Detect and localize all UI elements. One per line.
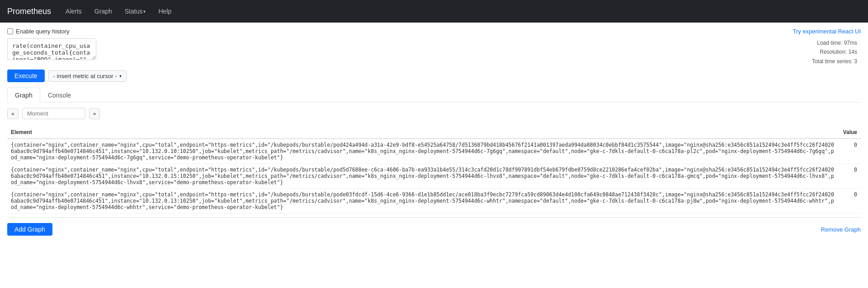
table-cell-element: {container="nginx",container_name="nginx… xyxy=(7,139,840,164)
main-content: Enable query history Try experimental Re… xyxy=(0,23,868,243)
table-cell-element: {container="nginx",container_name="nginx… xyxy=(7,189,840,214)
results-table: Element Value {container="nginx",contain… xyxy=(7,126,861,214)
col-value: Value xyxy=(840,126,861,139)
add-graph-button[interactable]: Add Graph xyxy=(7,223,52,236)
query-textarea[interactable]: rate(container_cpu_usage_seconds_total{c… xyxy=(7,38,96,60)
try-react-link[interactable]: Try experimental React UI xyxy=(793,28,861,35)
enable-history-checkbox[interactable] xyxy=(7,28,13,34)
table-cell-value: 0 xyxy=(840,139,861,164)
stats-panel: Load time: 97ms Resolution: 14s Total ti… xyxy=(812,38,861,66)
nav-help[interactable]: Help xyxy=(153,4,177,19)
insert-metric-dropdown[interactable]: - insert metric at cursor - xyxy=(48,70,127,82)
tab-bar: Graph Console xyxy=(7,88,861,102)
timeline-row: « » xyxy=(7,108,861,119)
table-cell-value: 0 xyxy=(840,164,861,189)
remove-graph-link[interactable]: Remove Graph xyxy=(821,226,861,233)
table-row: {container="nginx",container_name="nginx… xyxy=(7,164,861,189)
exec-row: Execute - insert metric at cursor - xyxy=(7,70,861,82)
navbar: Prometheus Alerts Graph Status Help xyxy=(0,0,868,23)
query-and-stats: rate(container_cpu_usage_seconds_total{c… xyxy=(7,38,861,66)
top-bar: Enable query history Try experimental Re… xyxy=(7,28,861,35)
moment-input[interactable] xyxy=(22,108,85,119)
table-cell-element: {container="nginx",container_name="nginx… xyxy=(7,164,840,189)
col-element: Element xyxy=(7,126,840,139)
footer-row: Add Graph Remove Graph xyxy=(7,217,861,237)
enable-history-label[interactable]: Enable query history xyxy=(7,28,70,35)
resolution-stat: Resolution: 14s xyxy=(812,47,857,56)
table-header-row: Element Value xyxy=(7,126,861,139)
nav-graph[interactable]: Graph xyxy=(89,4,118,19)
load-time-stat: Load time: 97ms xyxy=(812,38,857,47)
table-cell-value: 0 xyxy=(840,189,861,214)
total-series-stat: Total time series: 3 xyxy=(812,57,857,66)
nav-alerts[interactable]: Alerts xyxy=(60,4,87,19)
tab-graph[interactable]: Graph xyxy=(7,88,40,102)
execute-button[interactable]: Execute xyxy=(7,70,45,82)
forward-button[interactable]: » xyxy=(89,108,100,119)
table-row: {container="nginx",container_name="nginx… xyxy=(7,139,861,164)
brand-logo[interactable]: Prometheus xyxy=(7,7,51,16)
query-wrap: rate(container_cpu_usage_seconds_total{c… xyxy=(7,38,805,66)
table-row: {container="nginx",container_name="nginx… xyxy=(7,189,861,214)
back-button[interactable]: « xyxy=(7,108,19,119)
nav-status[interactable]: Status xyxy=(119,4,151,19)
tab-console[interactable]: Console xyxy=(40,88,79,102)
